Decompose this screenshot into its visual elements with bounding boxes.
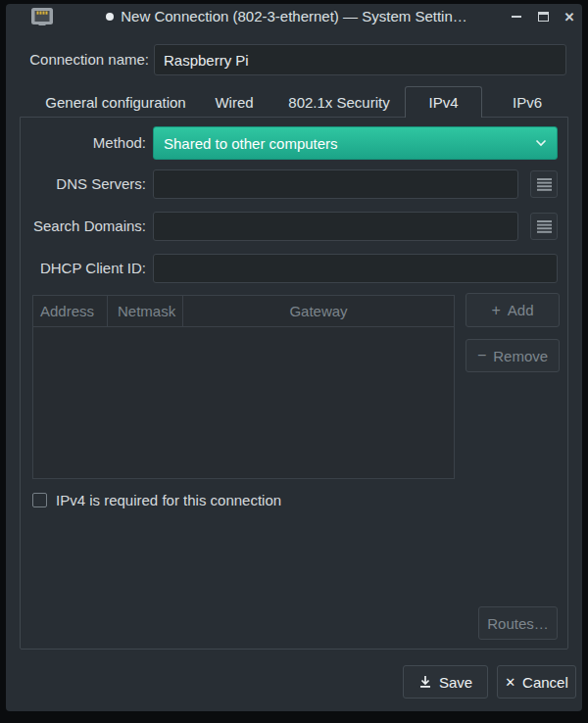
- screen: New Connection (802-3-ethernet) — System…: [0, 0, 588, 723]
- save-button-label: Save: [439, 674, 472, 691]
- tab-general-configuration[interactable]: General configuration: [29, 88, 202, 118]
- method-combobox[interactable]: Shared to other computers: [153, 126, 558, 160]
- close-icon[interactable]: ✕: [563, 10, 576, 24]
- cancel-button-label: Cancel: [522, 674, 568, 691]
- list-edit-icon: [537, 219, 552, 233]
- tab-ipv4[interactable]: IPv4: [405, 86, 482, 118]
- address-table-header: Address Netmask Gateway: [33, 296, 454, 327]
- search-domains-input[interactable]: [153, 212, 518, 241]
- add-button-label: Add: [508, 302, 534, 318]
- settings-window: New Connection (802-3-ethernet) — System…: [6, 4, 582, 711]
- dns-servers-input[interactable]: [153, 169, 518, 199]
- chevron-down-icon: [535, 139, 547, 147]
- window-controls: ✕: [510, 4, 576, 29]
- dhcp-client-id-input[interactable]: [153, 254, 558, 283]
- plus-icon: +: [491, 302, 500, 319]
- connection-name-input[interactable]: [154, 44, 566, 75]
- cancel-button[interactable]: ✕ Cancel: [497, 665, 576, 699]
- remove-button[interactable]: − Remove: [466, 339, 560, 372]
- tab-ipv6[interactable]: IPv6: [496, 88, 559, 118]
- column-header-netmask[interactable]: Netmask: [108, 296, 183, 326]
- maximize-icon[interactable]: [536, 10, 550, 24]
- dhcp-client-id-label: DHCP Client ID:: [21, 254, 146, 283]
- column-header-gateway[interactable]: Gateway: [183, 296, 454, 326]
- remove-button-label: Remove: [493, 348, 548, 364]
- routes-button[interactable]: Routes…: [478, 606, 558, 640]
- add-button[interactable]: + Add: [466, 293, 560, 327]
- column-header-address[interactable]: Address: [33, 296, 108, 326]
- ipv4-required-checkbox[interactable]: [32, 493, 47, 507]
- ipv4-required-row: IPv4 is required for this connection: [32, 490, 281, 509]
- ipv4-required-label: IPv4 is required for this connection: [56, 492, 281, 508]
- minimize-icon[interactable]: [510, 10, 523, 24]
- save-button[interactable]: Save: [403, 665, 488, 699]
- search-domains-edit-button[interactable]: [530, 213, 558, 240]
- address-table[interactable]: Address Netmask Gateway: [32, 295, 455, 479]
- method-selected-value: Shared to other computers: [164, 135, 535, 152]
- search-domains-label: Search Domains:: [21, 212, 146, 241]
- dns-servers-edit-button[interactable]: [530, 170, 558, 198]
- method-label: Method:: [21, 126, 146, 160]
- cancel-x-icon: ✕: [505, 675, 515, 690]
- dns-servers-label: DNS Servers:: [21, 169, 146, 199]
- save-icon: [418, 675, 432, 689]
- tab-wired[interactable]: Wired: [207, 88, 262, 118]
- window-title: New Connection (802-3-ethernet) — System…: [6, 4, 582, 29]
- titlebar[interactable]: New Connection (802-3-ethernet) — System…: [6, 4, 582, 29]
- connection-name-label: Connection name:: [22, 44, 149, 75]
- minus-icon: −: [477, 347, 486, 364]
- list-edit-icon: [537, 177, 552, 191]
- tab-8021x-security[interactable]: 802.1x Security: [277, 88, 401, 118]
- routes-button-label: Routes…: [487, 615, 549, 632]
- ipv4-tab-panel: Method: Shared to other computers DNS Se…: [20, 117, 568, 650]
